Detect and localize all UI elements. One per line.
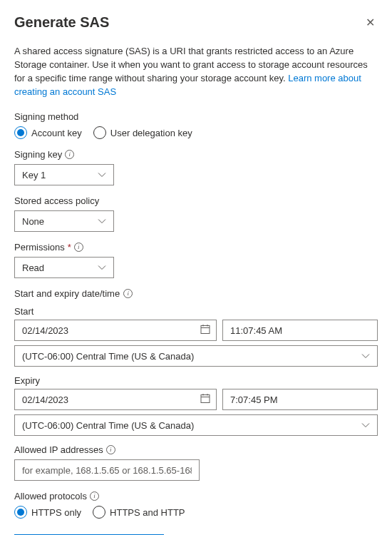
info-icon[interactable]: i <box>65 150 74 159</box>
chevron-down-icon <box>98 172 106 178</box>
signing-key-label: Signing key <box>14 149 62 160</box>
signing-method-label: Signing method <box>14 111 378 122</box>
info-icon[interactable]: i <box>90 491 99 501</box>
required-indicator: * <box>68 242 71 253</box>
info-icon[interactable]: i <box>106 445 115 454</box>
calendar-icon <box>200 325 210 337</box>
description-text: A shared access signature (SAS) is a URI… <box>14 45 378 98</box>
expiry-time-input[interactable]: 7:07:45 PM <box>222 389 378 410</box>
chevron-down-icon <box>361 353 370 359</box>
radio-label: Account key <box>31 128 82 138</box>
expiry-date-input[interactable]: 02/14/2023 <box>14 389 217 410</box>
radio-user-delegation[interactable]: User delegation key <box>93 126 192 139</box>
allowed-ip-label: Allowed IP addresses <box>14 444 103 455</box>
start-date-input[interactable]: 02/14/2023 <box>14 320 217 341</box>
chevron-down-icon <box>98 218 106 224</box>
expiry-timezone-select[interactable]: (UTC-06:00) Central Time (US & Canada) <box>14 414 378 436</box>
select-value: Key 1 <box>22 170 46 180</box>
radio-label: User delegation key <box>110 128 192 138</box>
expiry-label: Expiry <box>14 375 378 386</box>
datetime-section-label: Start and expiry date/time <box>14 288 120 299</box>
select-value: Read <box>22 263 44 273</box>
permissions-label: Permissions <box>14 242 65 253</box>
radio-icon <box>14 126 27 139</box>
radio-https-only[interactable]: HTTPS only <box>14 506 81 519</box>
radio-https-and-http[interactable]: HTTPS and HTTP <box>93 506 185 519</box>
radio-icon <box>93 506 105 519</box>
signing-key-select[interactable]: Key 1 <box>14 164 114 185</box>
info-icon[interactable]: i <box>74 243 83 252</box>
select-value: None <box>22 216 44 227</box>
radio-icon <box>93 126 106 139</box>
radio-label: HTTPS only <box>31 507 81 518</box>
tz-value: (UTC-06:00) Central Time (US & Canada) <box>22 420 194 431</box>
svg-rect-4 <box>201 395 210 403</box>
allowed-protocols-label: Allowed protocols <box>14 491 87 501</box>
date-value: 02/14/2023 <box>22 394 68 405</box>
stored-policy-label: Stored access policy <box>14 195 378 206</box>
radio-label: HTTPS and HTTP <box>110 507 185 518</box>
start-timezone-select[interactable]: (UTC-06:00) Central Time (US & Canada) <box>14 345 378 367</box>
chevron-down-icon <box>98 265 106 270</box>
panel-title: Generate SAS <box>14 14 109 31</box>
radio-account-key[interactable]: Account key <box>14 126 82 139</box>
time-value: 11:07:45 AM <box>230 325 282 336</box>
start-time-input[interactable]: 11:07:45 AM <box>222 320 378 341</box>
info-icon[interactable]: i <box>123 289 133 298</box>
tz-value: (UTC-06:00) Central Time (US & Canada) <box>22 351 194 362</box>
calendar-icon <box>200 394 210 406</box>
close-icon[interactable]: ✕ <box>363 13 378 32</box>
chevron-down-icon <box>361 422 370 428</box>
allowed-ip-input[interactable] <box>14 459 200 481</box>
date-value: 02/14/2023 <box>22 325 68 336</box>
svg-rect-0 <box>201 326 210 334</box>
radio-icon <box>14 506 27 519</box>
start-label: Start <box>14 306 378 317</box>
permissions-select[interactable]: Read <box>14 257 114 278</box>
stored-policy-select[interactable]: None <box>14 210 114 232</box>
time-value: 7:07:45 PM <box>230 394 278 405</box>
